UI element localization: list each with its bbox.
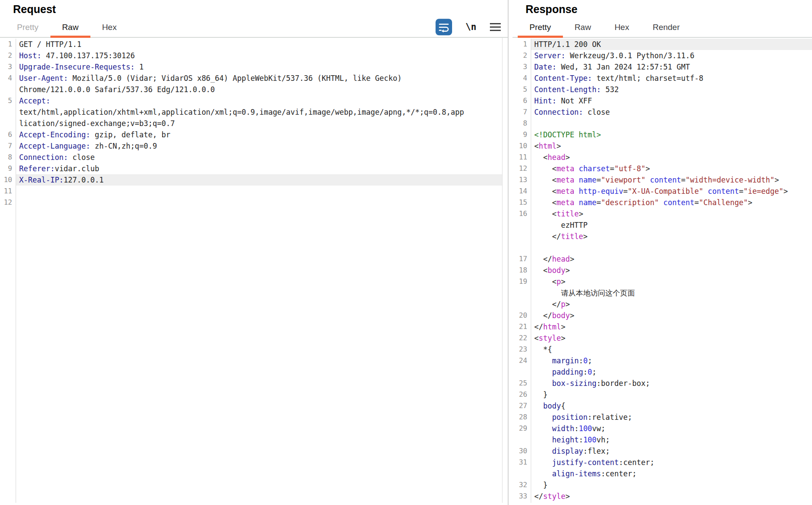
code-segment: < — [534, 153, 548, 162]
code-row: 23 *{ — [512, 344, 812, 355]
code-segment: </ — [534, 232, 561, 241]
editor-menu-button[interactable] — [490, 23, 501, 31]
line-number — [512, 434, 531, 445]
line-number: 20 — [512, 310, 531, 321]
code-line: Content-Length: 532 — [531, 84, 812, 95]
code-segment: "Challenge" — [699, 198, 748, 207]
code-row: 22<style> — [512, 332, 812, 344]
wrap-lines-button[interactable] — [436, 19, 452, 35]
request-editor[interactable]: 1GET / HTTP/1.12Host: 47.100.137.175:301… — [0, 38, 503, 503]
code-segment: </ — [534, 300, 561, 309]
code-line: Date: Wed, 31 Jan 2024 12:57:51 GMT — [531, 61, 812, 73]
code-line: <title> — [531, 208, 812, 219]
code-row: 33</style> — [512, 491, 812, 502]
code-line: <meta name="viewport" content="width=dev… — [531, 174, 812, 186]
code-segment: head — [548, 153, 566, 162]
response-tab-hex[interactable]: Hex — [603, 17, 641, 37]
code-segment: > — [570, 311, 574, 320]
code-segment: > — [583, 232, 588, 241]
code-segment: </ — [534, 492, 543, 501]
line-number: 5 — [512, 84, 531, 95]
code-segment: Host: — [19, 51, 41, 60]
code-segment — [534, 402, 543, 410]
code-segment — [574, 176, 579, 184]
code-line: } — [531, 479, 812, 491]
code-row: 12 <meta charset="utf-8"> — [512, 163, 812, 174]
code-segment: html — [539, 142, 556, 150]
code-segment — [534, 435, 552, 444]
line-number — [512, 468, 531, 479]
code-segment — [534, 379, 552, 388]
code-segment: height — [552, 435, 579, 444]
code-line: Upgrade-Insecure-Requests: 1 — [16, 61, 502, 73]
code-row: 7Connection: close — [512, 106, 812, 118]
request-tab-raw[interactable]: Raw — [50, 17, 90, 37]
code-segment: 0 — [583, 356, 588, 365]
code-segment: : — [579, 435, 583, 444]
response-tab-render[interactable]: Render — [641, 17, 691, 37]
code-segment: Connection: — [534, 108, 583, 116]
code-row: 8 — [512, 118, 812, 129]
newline-toggle-button[interactable]: \n — [466, 22, 476, 32]
code-line: </title> — [531, 231, 812, 242]
request-tab-hex[interactable]: Hex — [90, 17, 129, 37]
code-segment: > — [561, 322, 565, 331]
code-row: 5Accept: — [0, 95, 502, 106]
code-line: </body> — [531, 310, 812, 321]
code-segment: = — [623, 187, 628, 196]
code-segment: > — [579, 209, 583, 218]
code-segment — [534, 356, 552, 365]
code-line: Server: Werkzeug/3.0.1 Python/3.11.6 — [531, 50, 812, 61]
line-number: 15 — [512, 197, 531, 208]
code-row — [512, 242, 812, 253]
line-number: 3 — [0, 61, 16, 73]
code-line: Connection: close — [531, 106, 812, 118]
code-row: 4User-Agent: Mozilla/5.0 (Vidar; VidarOS… — [0, 73, 502, 84]
line-number: 6 — [0, 129, 16, 140]
code-segment: Mozilla/5.0 (Vidar; VidarOS x86_64) Appl… — [68, 74, 402, 83]
code-row: 2Host: 47.100.137.175:30126 — [0, 50, 502, 61]
code-segment — [574, 164, 579, 173]
line-number: 30 — [512, 445, 531, 457]
code-line: Referer:vidar.club — [16, 163, 502, 174]
line-number: 4 — [0, 73, 16, 84]
code-segment: vw; — [592, 424, 606, 433]
code-segment: > — [783, 187, 788, 196]
line-number — [512, 287, 531, 299]
code-segment: :center; — [619, 458, 654, 467]
code-row: 10X-Real-IP:127.0.0.1 — [0, 174, 502, 186]
line-number: 12 — [0, 197, 16, 208]
response-tab-pretty[interactable]: Pretty — [518, 17, 563, 37]
code-line: box-sizing:border-box; — [531, 378, 812, 389]
line-number: 2 — [0, 50, 16, 61]
code-segment: Content-Type: — [534, 74, 592, 83]
line-number — [512, 219, 531, 231]
response-editor[interactable]: 1HTTP/1.1 200 OK2Server: Werkzeug/3.0.1 … — [512, 38, 812, 503]
code-segment: = — [739, 187, 743, 196]
code-row: 11 — [0, 186, 502, 197]
code-segment: 0 — [588, 368, 592, 376]
code-row: 18 <body> — [512, 265, 812, 276]
response-tab-raw[interactable]: Raw — [563, 17, 603, 37]
line-number: 10 — [512, 140, 531, 152]
line-number: 27 — [512, 400, 531, 412]
line-number: 8 — [512, 118, 531, 129]
http-message-editor: Request PrettyRawHex — [0, 0, 812, 505]
line-number: 7 — [0, 140, 16, 152]
code-segment: width — [552, 424, 574, 433]
code-segment: < — [534, 277, 556, 286]
code-segment: { — [561, 402, 565, 410]
request-tab-pretty[interactable]: Pretty — [5, 17, 50, 37]
line-number: 17 — [512, 253, 531, 265]
code-row: 3Date: Wed, 31 Jan 2024 12:57:51 GMT — [512, 61, 812, 73]
code-segment: zh-CN,zh;q=0.9 — [90, 142, 157, 150]
code-row: 20 </body> — [512, 310, 812, 321]
code-line: Chrome/121.0.0.0 Safari/537.36 Edg/121.0… — [16, 84, 502, 95]
code-row: 12 — [0, 197, 502, 208]
code-segment: "X-UA-Compatible" — [628, 187, 703, 196]
code-segment: "width=device-width" — [686, 176, 775, 184]
line-number — [0, 118, 16, 129]
code-row: 请从本地访问这个页面 — [512, 287, 812, 299]
code-segment: justify-content — [552, 458, 619, 467]
code-segment: charset — [579, 164, 610, 173]
